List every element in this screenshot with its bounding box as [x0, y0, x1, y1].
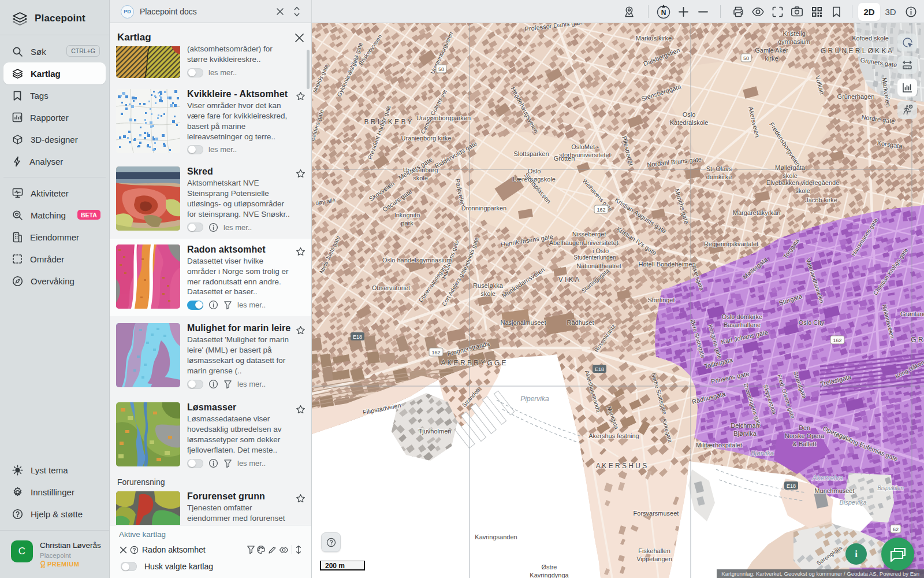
svg-text:Bispekilen: Bispekilen: [877, 485, 904, 491]
svg-text:domkirke: domkirke: [706, 173, 732, 180]
svg-text:Grotten: Grotten: [554, 155, 575, 162]
svg-text:Norske Opera: Norske Opera: [785, 432, 825, 439]
svg-text:Bjørvika: Bjørvika: [733, 430, 757, 437]
svg-text:Oslo domkirke: Oslo domkirke: [722, 313, 762, 320]
svg-text:V I K A: V I K A: [558, 276, 580, 284]
svg-text:Kavringsanden: Kavringsanden: [475, 533, 517, 540]
svg-text:skole: skole: [480, 290, 495, 297]
svg-text:Munchmuseet: Munchmuseet: [814, 487, 854, 494]
svg-text:Rådhuset: Rådhuset: [567, 319, 594, 326]
svg-text:Bjørvika: Bjørvika: [751, 450, 774, 457]
svg-text:Stortinget: Stortinget: [647, 297, 675, 303]
svg-text:Kofoed skole: Kofoed skole: [852, 35, 889, 42]
svg-text:skole: skole: [795, 187, 810, 194]
svg-text:162: 162: [431, 350, 440, 355]
svg-text:park: park: [401, 220, 413, 227]
svg-text:A K E R B R Y G G E: A K E R B R Y G G E: [441, 359, 506, 367]
svg-text:Observatoriet: Observatoriet: [372, 284, 410, 291]
svg-text:N: N: [661, 9, 666, 17]
svg-text:Deichman: Deichman: [731, 422, 759, 429]
svg-text:Elvebakken videregående: Elvebakken videregående: [766, 179, 840, 186]
svg-text:B R I S K E B Y: B R I S K E B Y: [364, 118, 412, 126]
svg-text:162: 162: [833, 338, 841, 343]
svg-text:Jacob kirke: Jacob kirke: [805, 197, 837, 203]
svg-text:Ruseløkka: Ruseløkka: [473, 282, 504, 289]
svg-text:162: 162: [597, 207, 605, 213]
svg-text:Gamle Aker: Gamle Aker: [755, 47, 788, 54]
svg-text:Kristelig: Kristelig: [783, 30, 805, 37]
svg-text:G R: G R: [911, 336, 923, 344]
svg-text:50: 50: [743, 55, 749, 61]
svg-text:Margaretakyrkan: Margaretakyrkan: [733, 209, 781, 216]
svg-text:Oslo: Oslo: [683, 111, 696, 118]
svg-text:50: 50: [438, 66, 444, 72]
svg-text:Hotell Bondeheimen: Hotell Bondeheimen: [638, 261, 695, 268]
svg-text:Pipervika: Pipervika: [520, 395, 549, 403]
svg-text:Universitetet: Universitetet: [583, 239, 618, 246]
svg-text:E18: E18: [595, 366, 604, 372]
svg-text:Den: Den: [799, 424, 810, 431]
svg-text:Grünerhagen: Grünerhagen: [837, 93, 875, 100]
svg-text:Regjeringskvartalet: Regjeringskvartalet: [704, 240, 758, 247]
svg-text:Oslo handelsgymnasium: Oslo handelsgymnasium: [382, 257, 452, 264]
svg-text:Abelhaugen: Abelhaugen: [549, 239, 583, 246]
svg-text:Basarhallene: Basarhallene: [724, 321, 761, 328]
svg-text:OsloMet -: OsloMet -: [571, 143, 599, 150]
svg-text:Oslo City: Oslo City: [799, 319, 825, 326]
svg-text:Bispevika: Bispevika: [839, 499, 866, 506]
svg-text:Slottsparken: Slottsparken: [513, 150, 549, 157]
svg-text:Grønland: Grønland: [900, 310, 924, 317]
svg-text:i Oslo: i Oslo: [593, 247, 609, 254]
svg-text:Vippetangen: Vippetangen: [636, 555, 672, 562]
svg-text:Uranienborgparken: Uranienborgparken: [416, 114, 471, 121]
svg-text:Kavringdynga: Kavringdynga: [530, 572, 569, 578]
svg-text:Nationaltheatret: Nationaltheatret: [576, 262, 621, 269]
svg-text:Dronningparken: Dronningparken: [461, 205, 506, 212]
svg-text:Fiskehallen: Fiskehallen: [638, 547, 670, 554]
svg-text:Østre: Østre: [542, 564, 557, 570]
svg-text:& Ballett: & Ballett: [793, 440, 817, 447]
svg-text:skole: skole: [413, 175, 428, 181]
svg-text:E18: E18: [353, 334, 362, 340]
svg-text:Nasjonalmuseet: Nasjonalmuseet: [501, 319, 546, 326]
svg-text:Uranienborg kirke: Uranienborg kirke: [401, 135, 452, 142]
svg-text:St. Olavs: St. Olavs: [706, 165, 732, 172]
svg-text:Markus kirke: Markus kirke: [636, 35, 672, 42]
svg-text:Inkognito: Inkognito: [394, 212, 420, 218]
svg-text:Møllergata: Møllergata: [775, 164, 806, 171]
svg-text:G R Ü N E R L Ø K K A: G R Ü N E R L Ø K K A: [821, 47, 892, 55]
svg-text:Katedralskole: Katedralskole: [670, 119, 709, 126]
svg-text:E18: E18: [787, 483, 796, 489]
svg-text:Forsvarsmuseet: Forsvarsmuseet: [634, 510, 679, 517]
svg-text:Studenterlunden: Studenterlunden: [573, 254, 616, 261]
svg-text:Nisseberget: Nisseberget: [572, 231, 606, 238]
svg-text:Akerselva: Akerselva: [812, 474, 843, 482]
svg-text:Akershus festning: Akershus festning: [588, 432, 639, 439]
svg-text:skole: skole: [783, 172, 798, 179]
svg-text:kirke: kirke: [765, 55, 778, 62]
svg-text:Tjuvholmen: Tjuvholmen: [419, 428, 452, 435]
svg-text:gymnasium: gymnasium: [778, 38, 810, 45]
svg-text:62: 62: [893, 527, 899, 532]
svg-text:Militærhospitalet: Militærhospitalet: [696, 442, 742, 449]
svg-text:A K E R S H U S: A K E R S H U S: [596, 462, 647, 470]
